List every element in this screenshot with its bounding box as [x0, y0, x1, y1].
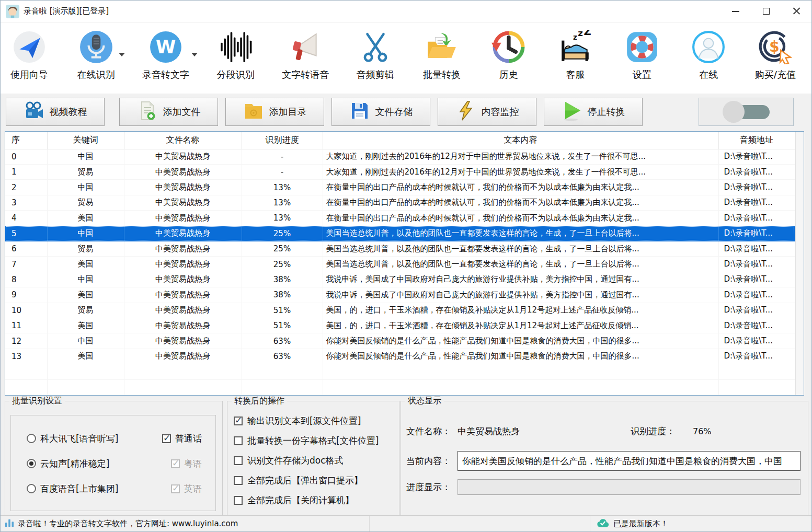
status-display-group: 状态显示 文件名称： 中美贸易战热身 识别进度： 76% 当前内容： 你能对美国… [401, 401, 808, 516]
table-cell: 0 [5, 149, 47, 164]
toolbar-item-audio-edit[interactable]: 音频剪辑 [355, 26, 396, 94]
toolbar-item-history[interactable]: 历史 [488, 26, 529, 94]
statusbar-left: 录音啦！专业的录音转文字软件，官方网址: www.luyinla.com [1, 516, 370, 531]
table-cell: 中美贸易战热身 [124, 226, 242, 241]
toolbar-item-buy[interactable]: $ 购买/充值 [755, 26, 796, 94]
toolbar-item-recording-to-text[interactable]: W 录音转文字 [142, 26, 189, 94]
post-action-checkbox-1[interactable]: 批量转换一份字幕格式[文件位置] [234, 431, 399, 450]
col-header-text[interactable]: 文本内容 [323, 132, 718, 149]
toolbar-item-settings[interactable]: 设置 [622, 26, 662, 94]
stop-convert-button[interactable]: 停止转换 [544, 98, 643, 126]
table-row[interactable]: 0中国中美贸易战热身-大家知道，刚刚过去的2016年的12月对于中国的世界贸易地… [5, 149, 795, 164]
table-cell [47, 379, 124, 395]
table-row[interactable]: 8中国中美贸易战热身38%我说申诉，美国成了中国政府对自己庞大的旅游行业提供补贴… [5, 272, 795, 287]
dollar-recharge-icon: $ [758, 26, 793, 68]
content-monitor-button[interactable]: 内容监控 [438, 98, 536, 126]
table-cell [242, 364, 323, 379]
table-cell: 贸易 [47, 195, 124, 210]
app-window: 录音啦 [演示版][已登录] 使用向导 在线识别 W 录音转文字 分段识别 [0, 0, 812, 532]
waveform-icon [219, 26, 253, 68]
table-cell: 9 [5, 287, 47, 303]
table-row[interactable]: 4美国中美贸易战热身13%在衡量中国的出口产品的成本的时候就认可，我们的价格而不… [5, 211, 795, 226]
engine-radio-0[interactable]: 科大讯飞[语音听写] [27, 433, 118, 445]
post-action-checkbox-2[interactable]: 识别文件存储为doc格式 [234, 450, 399, 470]
table-cell: 5 [5, 226, 47, 241]
table-cell: 25% [242, 241, 323, 256]
file-storage-button[interactable]: 文件存储 [331, 98, 430, 126]
video-tutorial-button[interactable]: 视频教程 [6, 98, 105, 126]
post-action-checkbox-3[interactable]: 全部完成后【弹出窗口提示】 [234, 470, 399, 490]
play-triangle-icon [562, 100, 582, 123]
table-row[interactable]: 7美国中美贸易战热身25%美国当选总统川普，以及他的团队也一直都要发表这样的言论… [5, 257, 795, 272]
progress-bar [458, 479, 800, 495]
toolbar-item-batch-convert[interactable]: 批量转换 [421, 26, 462, 94]
table-row[interactable]: 11美国中美贸易战热身51%美国，的，进口，干玉米酒糟，存在倾销及补贴决定从1月… [5, 318, 795, 333]
table-cell: 中国 [47, 180, 124, 195]
engine-radio-2[interactable]: 百度语音[上市集团] [27, 483, 118, 495]
toolbar-item-service[interactable]: zzZ 客服 [555, 26, 596, 94]
table-cell: 4 [5, 211, 47, 226]
toolbar-item-text-to-speech[interactable]: 文字转语音 [282, 26, 329, 94]
table-row[interactable]: 5中国中美贸易战热身25%美国当选总统川普，以及他的团队也一直都要发表这样的言论… [5, 226, 795, 241]
table-cell: 美国 [47, 211, 124, 226]
toolbar-item-online-user[interactable]: 在线 [688, 26, 729, 94]
table-row[interactable]: 13美国中美贸易战热身63%你能对美国反倾销的是什么产品，性能产品我们知道中国是… [5, 349, 795, 364]
table-cell: D:\录音啦\T... [718, 349, 795, 364]
maximize-button[interactable] [751, 1, 781, 22]
table-cell: D:\录音啦\T... [718, 180, 795, 195]
checkbox-icon [171, 459, 180, 468]
table-cell: D:\录音啦\T... [718, 257, 795, 272]
file-table: 序 关键词 文件名称 识别进度 文本内容 音频地址 0中国中美贸易战热身-大家知… [5, 131, 804, 396]
table-row[interactable]: 9美国中美贸易战热身38%我说申诉，美国成了中国政府对自己庞大的旅游行业提供补贴… [5, 287, 795, 303]
table-cell: 63% [242, 349, 323, 364]
col-header-index[interactable]: 序 [5, 132, 47, 149]
col-header-keyword[interactable]: 关键词 [47, 132, 124, 149]
recog-progress-value: 76% [693, 426, 712, 436]
engine-row: 云知声[精准稳定]粤语 [27, 451, 202, 476]
table-row[interactable]: 3贸易中美贸易战热身13%在衡量中国的出口产品的成本的时候就认可，我们的价格而不… [5, 195, 795, 210]
toolbar-item-wizard[interactable]: 使用向导 [9, 26, 50, 94]
table-cell: 13% [242, 195, 323, 210]
table-cell: 你能对美国反倾销的是什么产品，性能产品我们知道中国是粮食的消费大国，中国的很多.… [323, 333, 718, 349]
table-cell: 63% [242, 333, 323, 349]
table-cell: 美国 [47, 257, 124, 272]
chevron-down-icon[interactable] [119, 53, 125, 56]
table-body: 0中国中美贸易战热身-大家知道，刚刚过去的2016年的12月对于中国的世界贸易地… [5, 149, 795, 395]
chevron-down-icon[interactable] [191, 53, 198, 56]
table-row[interactable]: 2中国中美贸易战热身13%在衡量中国的出口产品的成本的时候就认可，我们的价格而不… [5, 180, 795, 195]
table-row[interactable]: 1贸易中美贸易战热身-大家知道，刚刚过去的2016年的12月对于中国的世界贸易地… [5, 164, 795, 179]
table-cell: 中美贸易战热身 [124, 180, 242, 195]
add-file-button[interactable]: 添加文件 [119, 98, 218, 126]
close-button[interactable] [781, 1, 811, 22]
toolbar-item-online-recognition[interactable]: 在线识别 [76, 26, 117, 94]
minimize-button[interactable] [720, 1, 751, 22]
col-header-filename[interactable]: 文件名称 [124, 132, 242, 149]
table-cell: - [242, 149, 323, 164]
col-header-address[interactable]: 音频地址 [718, 132, 795, 149]
language-label: 粤语 [184, 458, 202, 470]
table-cell: D:\录音啦\T... [718, 272, 795, 287]
record-toggle[interactable] [699, 98, 794, 126]
post-action-checkbox-0[interactable]: 输出识别文本到[源文件位置] [234, 411, 399, 431]
engine-radio-1[interactable]: 云知声[精准稳定] [27, 458, 109, 470]
toolbar-item-segment-recognition[interactable]: 分段识别 [215, 26, 256, 94]
table-row[interactable]: 10贸易中美贸易战热身51%美国，的，进口，干玉米酒糟，存在倾销及补贴决定从1月… [5, 303, 795, 318]
table-scrollbar[interactable] [795, 132, 804, 395]
table-cell: 中美贸易战热身 [124, 241, 242, 256]
table-cell [323, 364, 718, 379]
history-clock-icon [491, 26, 526, 68]
language-checkbox-0[interactable]: 普通话 [162, 433, 202, 445]
group-title: 批量识别设置 [9, 396, 65, 407]
col-header-progress[interactable]: 识别进度 [242, 132, 323, 149]
language-label: 普通话 [175, 433, 202, 445]
post-action-checkbox-4[interactable]: 全部完成后【关闭计算机】 [234, 490, 399, 510]
table-cell: 在衡量中国的出口产品的成本的时候就认可，我们的价格而不为以成本低廉为由来认定我.… [323, 180, 718, 195]
table-row[interactable]: 6贸易中美贸易战热身25%美国当选总统川普，以及他的团队也一直都要发表这样的言论… [5, 241, 795, 256]
table-cell: 1 [5, 164, 47, 179]
add-directory-button[interactable]: 添加目录 [225, 98, 324, 126]
table-cell: 我说申诉，美国成了中国政府对自己庞大的旅游行业提供补贴，美方指控中国，通过国有.… [323, 287, 718, 303]
post-action-list: 输出识别文本到[源文件位置]批量转换一份字幕格式[文件位置]识别文件存储为doc… [234, 411, 399, 510]
table-cell: 中美贸易战热身 [124, 149, 242, 164]
table-row[interactable]: 12中国中美贸易战热身63%你能对美国反倾销的是什么产品，性能产品我们知道中国是… [5, 333, 795, 349]
statusbar-middle [370, 516, 590, 531]
